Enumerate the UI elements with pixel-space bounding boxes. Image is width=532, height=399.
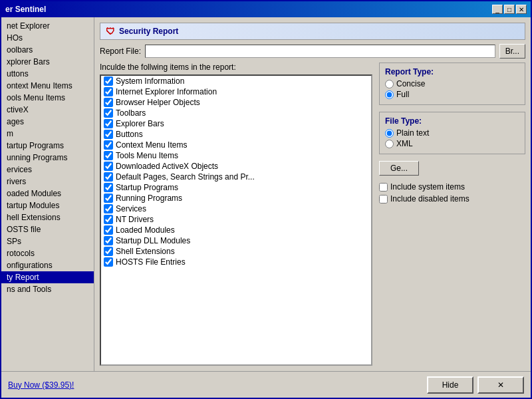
generate-button[interactable]: Ge... [379, 161, 419, 176]
report-file-input[interactable] [145, 45, 495, 58]
minimize-button[interactable]: _ [492, 5, 503, 14]
checklist-item-label: System Information [116, 76, 184, 86]
close-window-button[interactable]: ✕ [477, 376, 524, 394]
sidebar-item-bhos[interactable]: HOs [1, 32, 94, 44]
sidebar-item-m[interactable]: m [1, 128, 94, 140]
checklist-checkbox-8[interactable] [104, 162, 113, 171]
close-button[interactable]: ✕ [516, 5, 527, 14]
concise-radio[interactable] [385, 80, 394, 88]
checklist-item[interactable]: Tools Menu Items [101, 150, 371, 161]
plaintext-radio[interactable] [385, 129, 394, 138]
checklist-checkbox-3[interactable] [104, 108, 113, 118]
checklist-item-label: Internet Explorer Information [116, 87, 217, 96]
sidebar-item-security-report[interactable]: ty Report [1, 271, 94, 283]
file-type-xml[interactable]: XML [385, 139, 519, 148]
sidebar-item-pages[interactable]: ages [1, 116, 94, 128]
sidebar-item-tools[interactable]: ns and Tools [1, 283, 94, 295]
checklist-box[interactable]: System InformationInternet Explorer Info… [100, 74, 372, 366]
checklist-item-label: NT Drivers [116, 215, 154, 224]
include-system-option[interactable]: Include system items [379, 182, 525, 192]
checklist-item[interactable]: Toolbars [101, 108, 371, 118]
checklist-checkbox-4[interactable] [104, 119, 113, 128]
report-type-concise[interactable]: Concise [385, 79, 519, 88]
checklist-checkbox-7[interactable] [104, 151, 113, 160]
buy-link[interactable]: Buy Now ($39.95)! [8, 380, 74, 390]
file-type-title: File Type: [385, 116, 519, 126]
checklist-checkbox-13[interactable] [104, 215, 113, 224]
sidebar-item-hosts-file[interactable]: OSTS file [1, 223, 94, 235]
maximize-button[interactable]: □ [504, 5, 515, 14]
sidebar-item-lsps[interactable]: SPs [1, 235, 94, 247]
include-disabled-checkbox[interactable] [379, 195, 388, 203]
hide-button[interactable]: Hide [427, 376, 473, 394]
sidebar-item-context-menu-items[interactable]: ontext Menu Items [1, 80, 94, 92]
sidebar-item-internet-explorer[interactable]: net Explorer [1, 20, 94, 32]
sidebar-item-toolbars[interactable]: oolbars [1, 44, 94, 56]
checklist-checkbox-5[interactable] [104, 130, 113, 139]
checklist-item[interactable]: Shell Extensions [101, 246, 371, 257]
sidebar-item-protocols[interactable]: rotocols [1, 247, 94, 259]
checklist-checkbox-0[interactable] [104, 76, 113, 86]
checklist-checkbox-17[interactable] [104, 257, 113, 267]
sidebar-item-drivers[interactable]: rivers [1, 176, 94, 188]
browse-button[interactable]: Br... [499, 44, 525, 59]
checklist-item[interactable]: Default Pages, Search Strings and Pr... [101, 172, 371, 182]
sidebar-item-tools-menu-items[interactable]: ools Menu Items [1, 92, 94, 104]
checklist-checkbox-16[interactable] [104, 247, 113, 256]
checklist-checkbox-6[interactable] [104, 140, 113, 150]
include-disabled-label: Include disabled items [390, 194, 469, 203]
checklist-item-label: Loaded Modules [116, 225, 175, 235]
checklist-checkbox-15[interactable] [104, 236, 113, 245]
panel-title: Security Report [119, 27, 178, 36]
checklist-item-label: Startup Programs [116, 183, 178, 192]
sidebar-item-startup-programs[interactable]: tartup Programs [1, 140, 94, 152]
include-disabled-option[interactable]: Include disabled items [379, 194, 525, 203]
sidebar-item-startup-modules[interactable]: tartup Modules [1, 200, 94, 211]
checklist-checkbox-9[interactable] [104, 172, 113, 182]
checklist-item-label: Shell Extensions [116, 247, 175, 256]
xml-radio[interactable] [385, 140, 394, 148]
title-bar-buttons: _ □ ✕ [492, 5, 527, 14]
checklist-checkbox-14[interactable] [104, 225, 113, 235]
checklist-item[interactable]: NT Drivers [101, 214, 371, 225]
checklist-item[interactable]: Context Menu Items [101, 140, 371, 150]
main-window: er Sentinel _ □ ✕ net ExplorerHOsoolbars… [0, 0, 532, 399]
window-body: net ExplorerHOsoolbarsxplorer Barsuttons… [1, 17, 531, 371]
checklist-item[interactable]: Services [101, 203, 371, 214]
panel-header: 🛡 Security Report [100, 23, 525, 40]
file-type-plaintext[interactable]: Plain text [385, 128, 519, 138]
sidebar-item-activex[interactable]: ctiveX [1, 104, 94, 116]
sidebar-item-services[interactable]: ervices [1, 164, 94, 176]
full-radio[interactable] [385, 90, 394, 99]
sidebar-item-shell-extensions[interactable]: hell Extensions [1, 211, 94, 223]
checklist-item[interactable]: System Information [101, 76, 371, 86]
main-content: 🛡 Security Report Report File: Br... Inc… [94, 17, 531, 371]
sidebar-item-configurations[interactable]: onfigurations [1, 259, 94, 271]
sidebar-item-buttons[interactable]: uttons [1, 68, 94, 80]
checklist-checkbox-10[interactable] [104, 183, 113, 192]
options-panel: Report Type: Concise Full File Type: [379, 63, 525, 366]
checklist-item[interactable]: Browser Helper Objects [101, 97, 371, 108]
checklist-item-label: HOSTS File Entries [116, 257, 186, 267]
checklist-item[interactable]: HOSTS File Entries [101, 257, 371, 267]
checklist-checkbox-12[interactable] [104, 204, 113, 213]
checklist-item[interactable]: Startup DLL Modules [101, 235, 371, 246]
checklist-checkbox-1[interactable] [104, 87, 113, 96]
plaintext-label: Plain text [396, 128, 429, 138]
sidebar-item-explorer-bars[interactable]: xplorer Bars [1, 56, 94, 68]
checklist-checkbox-11[interactable] [104, 194, 113, 203]
sidebar-item-loaded-modules[interactable]: oaded Modules [1, 188, 94, 200]
checklist-item[interactable]: Downloaded ActiveX Objects [101, 161, 371, 172]
checklist-item[interactable]: Internet Explorer Information [101, 86, 371, 97]
checklist-item[interactable]: Startup Programs [101, 182, 371, 193]
security-icon: 🛡 [106, 26, 115, 37]
checklist-item[interactable]: Loaded Modules [101, 225, 371, 235]
checklist-item[interactable]: Explorer Bars [101, 118, 371, 129]
checklist-item[interactable]: Running Programs [101, 193, 371, 203]
checklist-checkbox-2[interactable] [104, 98, 113, 107]
report-type-full[interactable]: Full [385, 90, 519, 99]
sidebar-item-running-programs[interactable]: unning Programs [1, 152, 94, 164]
include-system-checkbox[interactable] [379, 183, 388, 192]
checklist-item[interactable]: Buttons [101, 129, 371, 140]
checklist-item-label: Startup DLL Modules [116, 236, 190, 245]
